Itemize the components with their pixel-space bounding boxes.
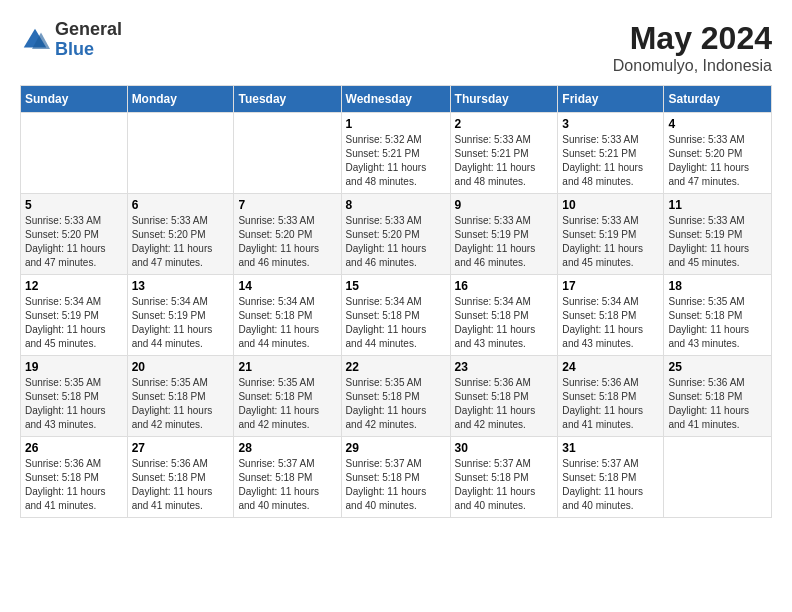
calendar-cell: 24Sunrise: 5:36 AM Sunset: 5:18 PM Dayli… [558,356,664,437]
calendar-header-row: SundayMondayTuesdayWednesdayThursdayFrid… [21,86,772,113]
day-info: Sunrise: 5:33 AM Sunset: 5:20 PM Dayligh… [346,214,446,270]
calendar-cell: 31Sunrise: 5:37 AM Sunset: 5:18 PM Dayli… [558,437,664,518]
calendar-week-row: 12Sunrise: 5:34 AM Sunset: 5:19 PM Dayli… [21,275,772,356]
calendar-cell [21,113,128,194]
day-of-week-header: Monday [127,86,234,113]
day-number: 23 [455,360,554,374]
calendar-cell: 1Sunrise: 5:32 AM Sunset: 5:21 PM Daylig… [341,113,450,194]
calendar-cell: 17Sunrise: 5:34 AM Sunset: 5:18 PM Dayli… [558,275,664,356]
day-number: 31 [562,441,659,455]
logo: General Blue [20,20,122,60]
day-number: 12 [25,279,123,293]
day-number: 29 [346,441,446,455]
calendar-cell: 25Sunrise: 5:36 AM Sunset: 5:18 PM Dayli… [664,356,772,437]
day-number: 7 [238,198,336,212]
day-number: 19 [25,360,123,374]
day-number: 6 [132,198,230,212]
day-number: 9 [455,198,554,212]
logo-general: General [55,20,122,40]
day-of-week-header: Sunday [21,86,128,113]
day-number: 30 [455,441,554,455]
calendar-cell: 28Sunrise: 5:37 AM Sunset: 5:18 PM Dayli… [234,437,341,518]
calendar-cell: 7Sunrise: 5:33 AM Sunset: 5:20 PM Daylig… [234,194,341,275]
calendar-cell: 14Sunrise: 5:34 AM Sunset: 5:18 PM Dayli… [234,275,341,356]
day-number: 4 [668,117,767,131]
day-number: 5 [25,198,123,212]
day-info: Sunrise: 5:33 AM Sunset: 5:19 PM Dayligh… [668,214,767,270]
day-info: Sunrise: 5:36 AM Sunset: 5:18 PM Dayligh… [668,376,767,432]
day-number: 15 [346,279,446,293]
day-number: 2 [455,117,554,131]
day-number: 20 [132,360,230,374]
day-of-week-header: Saturday [664,86,772,113]
day-number: 21 [238,360,336,374]
day-info: Sunrise: 5:33 AM Sunset: 5:20 PM Dayligh… [668,133,767,189]
calendar-cell: 3Sunrise: 5:33 AM Sunset: 5:21 PM Daylig… [558,113,664,194]
day-info: Sunrise: 5:37 AM Sunset: 5:18 PM Dayligh… [238,457,336,513]
day-number: 17 [562,279,659,293]
day-number: 13 [132,279,230,293]
calendar-cell: 13Sunrise: 5:34 AM Sunset: 5:19 PM Dayli… [127,275,234,356]
day-info: Sunrise: 5:34 AM Sunset: 5:19 PM Dayligh… [132,295,230,351]
logo-icon [20,25,50,55]
calendar-cell: 11Sunrise: 5:33 AM Sunset: 5:19 PM Dayli… [664,194,772,275]
day-info: Sunrise: 5:34 AM Sunset: 5:18 PM Dayligh… [346,295,446,351]
calendar-cell: 16Sunrise: 5:34 AM Sunset: 5:18 PM Dayli… [450,275,558,356]
day-of-week-header: Wednesday [341,86,450,113]
day-number: 11 [668,198,767,212]
day-of-week-header: Thursday [450,86,558,113]
day-info: Sunrise: 5:34 AM Sunset: 5:18 PM Dayligh… [562,295,659,351]
calendar-cell: 5Sunrise: 5:33 AM Sunset: 5:20 PM Daylig… [21,194,128,275]
day-info: Sunrise: 5:37 AM Sunset: 5:18 PM Dayligh… [455,457,554,513]
calendar-week-row: 1Sunrise: 5:32 AM Sunset: 5:21 PM Daylig… [21,113,772,194]
calendar-cell: 12Sunrise: 5:34 AM Sunset: 5:19 PM Dayli… [21,275,128,356]
calendar-cell: 10Sunrise: 5:33 AM Sunset: 5:19 PM Dayli… [558,194,664,275]
day-info: Sunrise: 5:36 AM Sunset: 5:18 PM Dayligh… [562,376,659,432]
calendar-cell [664,437,772,518]
calendar-cell: 8Sunrise: 5:33 AM Sunset: 5:20 PM Daylig… [341,194,450,275]
calendar-cell: 15Sunrise: 5:34 AM Sunset: 5:18 PM Dayli… [341,275,450,356]
day-info: Sunrise: 5:33 AM Sunset: 5:21 PM Dayligh… [455,133,554,189]
day-number: 14 [238,279,336,293]
calendar-week-row: 19Sunrise: 5:35 AM Sunset: 5:18 PM Dayli… [21,356,772,437]
logo-blue: Blue [55,40,122,60]
day-info: Sunrise: 5:33 AM Sunset: 5:20 PM Dayligh… [238,214,336,270]
calendar-cell: 4Sunrise: 5:33 AM Sunset: 5:20 PM Daylig… [664,113,772,194]
calendar-cell: 30Sunrise: 5:37 AM Sunset: 5:18 PM Dayli… [450,437,558,518]
day-info: Sunrise: 5:33 AM Sunset: 5:19 PM Dayligh… [562,214,659,270]
day-info: Sunrise: 5:35 AM Sunset: 5:18 PM Dayligh… [25,376,123,432]
month-year: May 2024 [613,20,772,57]
calendar-cell: 20Sunrise: 5:35 AM Sunset: 5:18 PM Dayli… [127,356,234,437]
logo-text: General Blue [55,20,122,60]
calendar-cell: 19Sunrise: 5:35 AM Sunset: 5:18 PM Dayli… [21,356,128,437]
location: Donomulyo, Indonesia [613,57,772,75]
calendar-table: SundayMondayTuesdayWednesdayThursdayFrid… [20,85,772,518]
calendar-cell: 29Sunrise: 5:37 AM Sunset: 5:18 PM Dayli… [341,437,450,518]
calendar-cell: 26Sunrise: 5:36 AM Sunset: 5:18 PM Dayli… [21,437,128,518]
day-number: 8 [346,198,446,212]
day-number: 18 [668,279,767,293]
calendar-cell: 18Sunrise: 5:35 AM Sunset: 5:18 PM Dayli… [664,275,772,356]
calendar-cell [234,113,341,194]
calendar-cell: 9Sunrise: 5:33 AM Sunset: 5:19 PM Daylig… [450,194,558,275]
day-info: Sunrise: 5:35 AM Sunset: 5:18 PM Dayligh… [346,376,446,432]
day-info: Sunrise: 5:34 AM Sunset: 5:19 PM Dayligh… [25,295,123,351]
calendar-cell: 22Sunrise: 5:35 AM Sunset: 5:18 PM Dayli… [341,356,450,437]
day-info: Sunrise: 5:36 AM Sunset: 5:18 PM Dayligh… [25,457,123,513]
day-number: 28 [238,441,336,455]
calendar-cell: 2Sunrise: 5:33 AM Sunset: 5:21 PM Daylig… [450,113,558,194]
day-number: 27 [132,441,230,455]
day-info: Sunrise: 5:32 AM Sunset: 5:21 PM Dayligh… [346,133,446,189]
day-info: Sunrise: 5:37 AM Sunset: 5:18 PM Dayligh… [346,457,446,513]
day-number: 25 [668,360,767,374]
title-block: May 2024 Donomulyo, Indonesia [613,20,772,75]
day-info: Sunrise: 5:33 AM Sunset: 5:21 PM Dayligh… [562,133,659,189]
day-info: Sunrise: 5:35 AM Sunset: 5:18 PM Dayligh… [132,376,230,432]
day-info: Sunrise: 5:36 AM Sunset: 5:18 PM Dayligh… [132,457,230,513]
calendar-cell: 23Sunrise: 5:36 AM Sunset: 5:18 PM Dayli… [450,356,558,437]
day-number: 3 [562,117,659,131]
day-info: Sunrise: 5:36 AM Sunset: 5:18 PM Dayligh… [455,376,554,432]
day-info: Sunrise: 5:34 AM Sunset: 5:18 PM Dayligh… [455,295,554,351]
day-info: Sunrise: 5:33 AM Sunset: 5:20 PM Dayligh… [132,214,230,270]
calendar-cell: 27Sunrise: 5:36 AM Sunset: 5:18 PM Dayli… [127,437,234,518]
